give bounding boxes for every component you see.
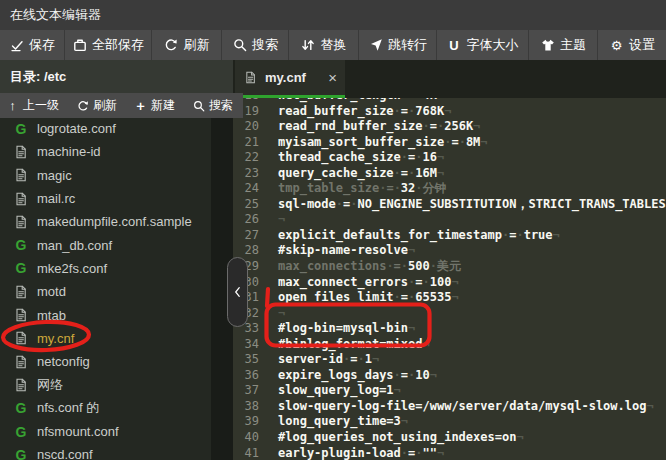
file-item-nfsmount.conf[interactable]: Gnfsmount.conf (0, 420, 233, 443)
toolbar-button-refresh[interactable]: 刷新 (152, 30, 222, 60)
file-item-magic[interactable]: magic (0, 164, 233, 187)
code-line-39: 39long_query_time=3¬ (233, 414, 666, 430)
code-line-23: 23query_cache_size·=·16M¬ (233, 166, 666, 182)
line-number: 27 (233, 228, 259, 244)
directory-header: 目录: /etc (0, 60, 233, 93)
file-name: man_db.conf (37, 238, 112, 253)
filetree-button-label: 搜索 (209, 97, 233, 114)
toolbar-button-save[interactable]: 保存 (0, 30, 65, 60)
line-text: #log_queries_not_using_indexes=on¬ (259, 430, 524, 446)
line-number: 24 (233, 181, 259, 197)
file-item-man_db.conf[interactable]: Gman_db.conf (0, 233, 233, 256)
document-icon (13, 191, 29, 206)
conf-g-icon: G (13, 238, 29, 253)
file-item-motd[interactable]: motd (0, 280, 233, 303)
close-icon[interactable]: × (328, 70, 337, 85)
line-text: #log-bin=mysql-bin¬ (259, 321, 415, 337)
line-number: 38 (233, 399, 259, 415)
file-item-logrotate.conf[interactable]: Glogrotate.conf (0, 117, 233, 140)
line-number: 39 (233, 414, 259, 430)
file-name: nscd.conf (37, 447, 93, 460)
conf-g-icon: G (13, 261, 29, 276)
page-title: 在线文本编辑器 (0, 0, 666, 30)
file-item-nscd.conf[interactable]: Gnscd.conf (0, 443, 233, 460)
code-line-28: 28#skip-name-resolve¬ (233, 243, 666, 259)
toolbar-button-label: 跳转行 (388, 36, 427, 54)
file-name: 网络 (37, 376, 63, 394)
line-text: query_cache_size·=·16M¬ (259, 166, 444, 182)
code-line-41: 41early-plugin-load·=·""¬ (233, 446, 666, 460)
file-item-makedumpfile.conf.sample[interactable]: makedumpfile.conf.sample (0, 210, 233, 233)
code-line-21: 21myisam_sort_buffer_size·=·8M¬ (233, 135, 666, 151)
tab-bar: my.cnf × (233, 60, 666, 98)
filetree-button-new[interactable]: ＋新建 (134, 97, 175, 114)
file-item-netconfig[interactable]: netconfig (0, 350, 233, 373)
conf-g-icon: G (13, 121, 29, 136)
code-line-27: 27explicit_defaults_for_timestamp·=·true… (233, 228, 666, 244)
up-arrow-icon: ↑ (6, 99, 19, 112)
tab-my-cnf[interactable]: my.cnf × (235, 60, 345, 95)
line-text: expire_logs_days·=·10¬ (259, 368, 437, 384)
file-item-machine-id[interactable]: machine-id (0, 140, 233, 163)
online-text-editor-window: 在线文本编辑器 保存全部保存刷新搜索替换跳转行U字体大小主题⚙设置 目录: /e… (0, 0, 666, 460)
sidebar-collapse-button[interactable] (227, 257, 248, 327)
line-number: 34 (233, 337, 259, 353)
toolbar-button-label: 保存 (29, 36, 55, 54)
file-tree-toolbar: ↑上一级刷新＋新建搜索 (0, 93, 243, 118)
line-text: max_connections·=·500·美元 (259, 259, 461, 275)
code-editor[interactable]: 18net_buffer_length·=·4K¬19read_buffer_s… (233, 98, 666, 460)
save-icon (9, 38, 24, 53)
font-size-icon: U (447, 38, 462, 53)
code-line-26: 26¬ (233, 212, 666, 228)
toolbar-button-label: 替换 (321, 36, 347, 54)
code-line-37: 37slow_query_log=1¬ (233, 383, 666, 399)
line-number: 35 (233, 352, 259, 368)
search-icon (192, 99, 205, 112)
toolbar-button-save-all[interactable]: 全部保存 (65, 30, 152, 60)
line-text: sql-mode·=·NO_ENGINE_SUBSTITUTION，STRICT… (259, 197, 666, 213)
line-text: myisam_sort_buffer_size·=·8M¬ (259, 135, 488, 151)
filetree-button-up[interactable]: ↑上一级 (6, 97, 59, 114)
code-line-30: 30max_connect_errors·=·100¬ (233, 275, 666, 291)
file-name: nfsmount.conf (37, 424, 119, 439)
theme-icon (540, 38, 555, 53)
replace-icon (301, 38, 316, 53)
file-item-my.cnf[interactable]: my.cnf (0, 327, 233, 350)
chevron-left-icon (230, 285, 245, 300)
line-text: read_rnd_buffer_size·=·256K¬ (259, 119, 480, 135)
line-text: long_query_time=3¬ (259, 414, 408, 430)
filetree-button-label: 新建 (151, 97, 175, 114)
toolbar-button-label: 搜索 (252, 36, 278, 54)
filetree-button-refresh[interactable]: 刷新 (76, 97, 117, 114)
line-number: 41 (233, 446, 259, 460)
toolbar-button-font-size[interactable]: U字体大小 (437, 30, 529, 60)
toolbar-button-search[interactable]: 搜索 (222, 30, 289, 60)
filetree-button-search[interactable]: 搜索 (192, 97, 233, 114)
toolbar-button-label: 刷新 (184, 36, 210, 54)
line-text: max_connect_errors·=·100¬ (259, 275, 459, 291)
file-name: netconfig (37, 354, 90, 369)
document-icon (13, 354, 29, 369)
line-number: 20 (233, 119, 259, 135)
toolbar-button-theme[interactable]: 主题 (529, 30, 598, 60)
document-icon (13, 144, 29, 159)
file-item-mtab[interactable]: mtab (0, 303, 233, 326)
toolbar-button-goto-line[interactable]: 跳转行 (359, 30, 437, 60)
filetree-button-label: 刷新 (93, 97, 117, 114)
line-text: read_buffer_size·=·768K¬ (259, 104, 451, 120)
conf-g-icon: G (13, 401, 29, 416)
file-item-mke2fs.conf[interactable]: Gmke2fs.conf (0, 257, 233, 280)
file-name: mke2fs.conf (37, 261, 107, 276)
line-number: 22 (233, 150, 259, 166)
document-icon (13, 168, 29, 183)
file-item-mail.rc[interactable]: mail.rc (0, 187, 233, 210)
file-item-网络[interactable]: 网络 (0, 373, 233, 396)
code-line-31: 31open_files_limit·=·65535¬ (233, 290, 666, 306)
toolbar-button-settings[interactable]: ⚙设置 (598, 30, 666, 60)
file-item-nfs.conf 的[interactable]: Gnfs.conf 的 (0, 397, 233, 420)
search-icon (232, 38, 247, 53)
goto-line-icon (368, 38, 383, 53)
toolbar-button-replace[interactable]: 替换 (289, 30, 359, 60)
line-text: explicit_defaults_for_timestamp·=·true¬ (259, 228, 560, 244)
save-all-icon (72, 38, 87, 53)
